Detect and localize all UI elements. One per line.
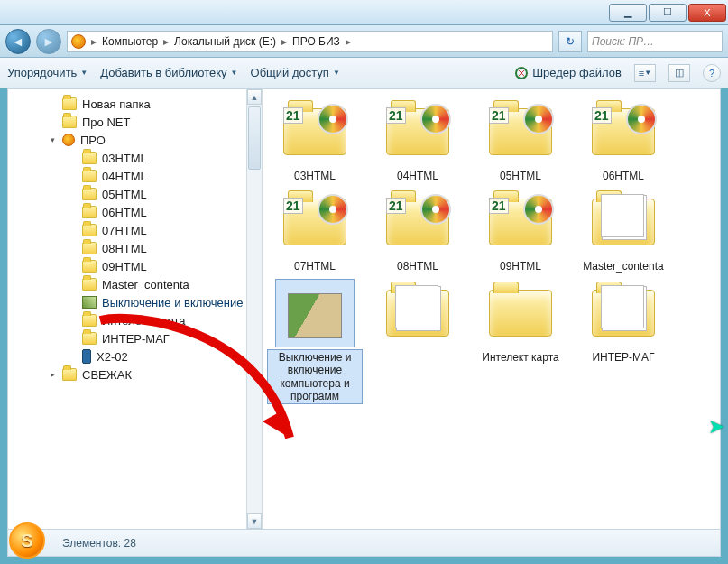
forward-button[interactable]: ► xyxy=(36,29,61,54)
view-button[interactable]: ≡ ▼ xyxy=(634,64,656,82)
breadcrumb[interactable]: ▸ Компьютер ▸ Локальный диск (E:) ▸ ПРО … xyxy=(67,31,553,52)
scroll-thumb[interactable] xyxy=(248,106,261,170)
tree-item-2[interactable]: ▾ПРО xyxy=(8,131,262,149)
grid-item-label: 06HTML xyxy=(600,169,647,183)
grid-item-7[interactable]: Master_contenta xyxy=(576,189,670,273)
breadcrumb-folder[interactable]: ПРО БИЗ xyxy=(289,32,344,51)
toolbar: Упорядочить ▼ Добавить в библиотеку ▼ Об… xyxy=(0,58,728,88)
grid-item-3[interactable]: 2106HTML xyxy=(576,98,670,183)
grid-item-11[interactable]: ИНТЕР-МАГ xyxy=(576,280,670,404)
tree-item-13[interactable]: ▸ИНТЕР-МАГ xyxy=(8,329,262,347)
tree-item-label: Master_contenta xyxy=(102,278,189,291)
close-button[interactable]: X xyxy=(688,4,726,22)
grid-item-label: ИНТЕР-МАГ xyxy=(589,350,657,365)
tree-item-0[interactable]: ▸Новая папка xyxy=(8,95,262,113)
tree-item-label: Выключение и включение xyxy=(102,296,244,310)
grid-item-label: 04HTML xyxy=(394,169,441,183)
folder-icon xyxy=(82,278,97,291)
search-input[interactable]: Поиск: ПР… xyxy=(587,31,723,52)
scroll-up-button[interactable]: ▲ xyxy=(247,89,262,105)
folder-icon xyxy=(82,260,97,273)
grid-item-1[interactable]: 2104HTML xyxy=(371,98,465,183)
tree-item-1[interactable]: ▸Про NET xyxy=(8,113,262,131)
tree-item-14[interactable]: ▸X2-02 xyxy=(8,347,262,365)
folder-icon xyxy=(62,368,77,381)
item-thumbnail: 21 xyxy=(482,98,559,165)
tree-item-3[interactable]: ▸03HTML xyxy=(8,149,262,167)
item-thumbnail: 21 xyxy=(585,98,662,165)
tree-item-6[interactable]: ▸06HTML xyxy=(8,203,262,221)
status-bar: Элементов: 28 xyxy=(7,530,721,557)
close-icon: X xyxy=(704,7,710,18)
grid-item-5[interactable]: 2108HTML xyxy=(371,189,465,273)
badge-icon: 21 xyxy=(386,107,406,124)
grid-item-0[interactable]: 2103HTML xyxy=(268,98,362,183)
grid-item-4[interactable]: 2107HTML xyxy=(268,189,362,273)
maximize-icon: ☐ xyxy=(663,6,672,18)
tree-item-12[interactable]: ▸Интелект карта xyxy=(8,311,262,329)
grid-item-10[interactable]: Интелект карта xyxy=(474,280,567,404)
grid-item-label: Интелект карта xyxy=(479,350,561,365)
refresh-button[interactable]: ↻ xyxy=(558,31,582,52)
folder-icon xyxy=(82,314,97,327)
grid-item-9[interactable] xyxy=(371,280,465,404)
tree-item-label: ИНТЕР-МАГ xyxy=(102,332,170,346)
breadcrumb-computer[interactable]: Компьютер xyxy=(98,32,161,51)
tree-pane[interactable]: ▲ ▼ ▸Новая папка▸Про NET▾ПРО▸03HTML▸04HT… xyxy=(8,89,263,529)
folder-icon xyxy=(82,188,97,200)
minimize-button[interactable]: ▁ xyxy=(609,4,647,22)
folder-icon xyxy=(62,116,77,128)
folder-icon xyxy=(82,206,97,218)
image-thumb-icon xyxy=(288,293,342,338)
tree-item-7[interactable]: ▸07HTML xyxy=(8,221,262,239)
minimize-icon: ▁ xyxy=(624,6,631,18)
item-thumbnail xyxy=(585,280,662,347)
tree-item-label: 08HTML xyxy=(102,242,147,255)
shredder-button[interactable]: Шредер файлов xyxy=(514,66,622,80)
share-button[interactable]: Общий доступ ▼ xyxy=(251,66,340,79)
item-thumbnail: 21 xyxy=(482,189,559,255)
item-thumbnail xyxy=(482,280,559,347)
tree-scrollbar[interactable]: ▲ ▼ xyxy=(246,89,262,529)
item-thumbnail xyxy=(276,280,354,347)
organize-button[interactable]: Упорядочить ▼ xyxy=(7,66,88,79)
tree-item-11[interactable]: ▸Выключение и включение xyxy=(8,293,262,311)
tree-item-9[interactable]: ▸09HTML xyxy=(8,257,262,275)
navbar: ◄ ► ▸ Компьютер ▸ Локальный диск (E:) ▸ … xyxy=(0,25,728,58)
grid-item-label: 07HTML xyxy=(291,259,338,273)
grid-item-6[interactable]: 2109HTML xyxy=(474,189,567,273)
status-label: Элементов: xyxy=(62,537,121,550)
shredder-label: Шредер файлов xyxy=(532,66,622,79)
breadcrumb-drive[interactable]: Локальный диск (E:) xyxy=(170,32,280,51)
scroll-down-button[interactable]: ▼ xyxy=(247,513,262,529)
tree-item-8[interactable]: ▸08HTML xyxy=(8,239,262,257)
grid-item-label: 05HTML xyxy=(497,169,544,183)
help-button[interactable]: ? xyxy=(703,64,721,82)
back-button[interactable]: ◄ xyxy=(5,29,31,54)
items-grid[interactable]: 2103HTML2104HTML2105HTML2106HTML2107HTML… xyxy=(263,89,720,529)
tree-item-4[interactable]: ▸04HTML xyxy=(8,167,262,185)
grid-item-2[interactable]: 2105HTML xyxy=(474,98,567,183)
tree-item-label: ПРО xyxy=(80,134,106,147)
tree-item-label: 07HTML xyxy=(102,224,147,237)
chevron-down-icon: ▼ xyxy=(333,69,340,77)
collapse-icon[interactable]: ▾ xyxy=(48,135,57,144)
tree-item-label: X2-02 xyxy=(97,350,128,364)
item-thumbnail xyxy=(379,280,456,347)
tree-item-5[interactable]: ▸05HTML xyxy=(8,185,262,203)
badge-icon: 21 xyxy=(592,107,612,124)
tree-item-10[interactable]: ▸Master_contenta xyxy=(8,275,262,293)
phone-icon xyxy=(82,349,91,364)
grid-item-label: Master_contenta xyxy=(580,259,666,273)
maximize-button[interactable]: ☐ xyxy=(649,4,687,22)
location-icon xyxy=(71,34,86,49)
add-library-button[interactable]: Добавить в библиотеку ▼ xyxy=(100,66,237,79)
grid-item-8[interactable]: Выключение и включение компьютера и прог… xyxy=(268,280,362,404)
folder-icon xyxy=(82,242,97,254)
expand-icon[interactable]: ▸ xyxy=(48,370,57,379)
preview-pane-button[interactable]: ◫ xyxy=(668,64,690,82)
folder-icon xyxy=(82,224,97,236)
grid-item-label: 09HTML xyxy=(497,259,544,273)
item-thumbnail: 21 xyxy=(276,98,354,165)
tree-item-15[interactable]: ▸СВЕЖАК xyxy=(8,365,262,384)
